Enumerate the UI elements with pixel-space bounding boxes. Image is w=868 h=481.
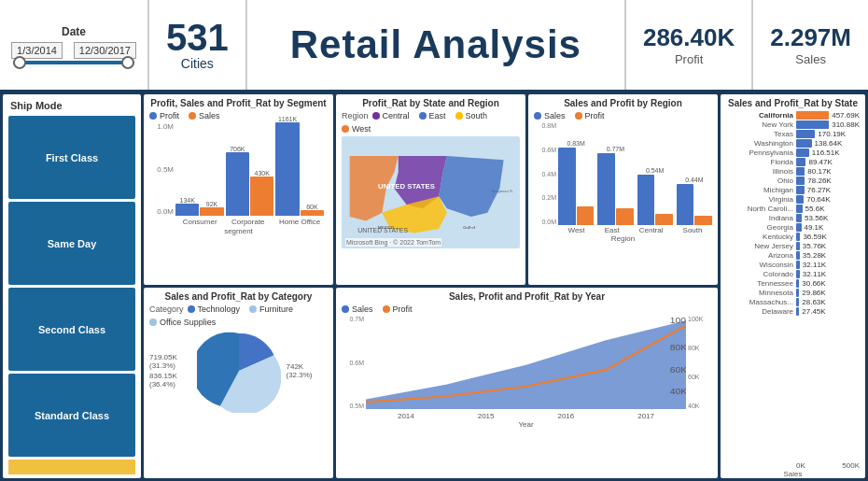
year-legend: Sales Profit <box>342 304 712 314</box>
homeoffice-sales-val: 60K <box>306 204 317 210</box>
legend-region-sales: Sales <box>534 111 566 120</box>
pie-area: 719.05K (31.3%) 836.15K (36.4%) 742K (32… <box>149 329 328 413</box>
map-east <box>439 156 503 217</box>
y-label-3: 0.0M <box>149 207 174 216</box>
slider-thumb-right[interactable] <box>121 56 134 69</box>
consumer-profit-col: 134K <box>175 197 199 216</box>
state-bar <box>796 186 805 194</box>
state-name: Indiana <box>726 214 793 222</box>
cities-label: Cities <box>181 56 214 71</box>
state-row: New York 310.88K <box>726 120 860 129</box>
states-bottom-label: Sales <box>726 470 860 478</box>
ship-btn-same-day[interactable]: Same Day <box>8 202 135 285</box>
map-legend: Region Central East South West <box>342 111 520 134</box>
homeoffice-profit-val: 1161K <box>278 116 297 122</box>
state-value: 30.66K <box>802 279 825 288</box>
ship-btn-standard-class[interactable]: Standard Class <box>8 374 135 457</box>
homeoffice-profit-col: 1161K <box>275 116 299 216</box>
dot-year-profit <box>383 305 390 313</box>
region-y-0.0: 0.0M <box>534 219 556 225</box>
central-region: 0.54M <box>637 167 673 225</box>
consumer-sales-val: 92K <box>206 201 217 207</box>
year-y-0.6: 0.6M <box>342 360 364 366</box>
ship-btn-second-class[interactable]: Second Class <box>8 288 135 371</box>
legend-east: East <box>419 111 446 120</box>
title-text: Retail Analysis <box>290 22 581 67</box>
y-label-1: 1.0M <box>149 122 174 131</box>
state-row: Florida 89.47K <box>726 158 860 166</box>
state-bar <box>796 251 800 260</box>
dot-region-sales <box>534 112 541 120</box>
state-name: New Jersey <box>726 242 793 250</box>
state-bar <box>796 158 805 166</box>
label-office: Office Supplies <box>160 318 216 327</box>
slider-fill <box>13 61 134 64</box>
pie-label-tech: 719.05K (31.3%) <box>149 353 191 370</box>
region-bars-container: 0.83M 0.77M 0.54M <box>558 122 712 225</box>
year-100k: 100K <box>670 316 686 325</box>
legend-year-profit: Profit <box>383 304 413 314</box>
year-profit-60k: 60K <box>688 374 712 380</box>
date-separator: ▪ <box>66 45 70 56</box>
state-value: 28.63K <box>802 298 825 306</box>
homeoffice-profit-bar <box>275 122 299 216</box>
profit-label: Profit <box>675 52 703 66</box>
state-value: 310.88K <box>832 120 860 129</box>
state-bar <box>796 149 809 157</box>
ship-btn-first-class[interactable]: First Class <box>8 116 135 199</box>
legend-south: South <box>455 111 488 120</box>
slider-thumb-left[interactable] <box>13 56 26 69</box>
dot-east <box>419 112 427 120</box>
west-bars <box>558 148 594 225</box>
year-40k: 40K <box>670 387 686 397</box>
pie-chart <box>197 329 281 413</box>
region-y-axis: 0.8M 0.6M 0.4M 0.2M 0.0M <box>534 122 558 225</box>
state-bar <box>796 167 805 176</box>
segment-axis-label: segment <box>149 227 328 235</box>
state-row: Delaware 27.45K <box>726 307 860 316</box>
state-bar <box>796 130 815 138</box>
label-furniture: Furniture <box>259 304 293 314</box>
year-chart: 0.7M 0.6M 0.5M 100K 80K 60K 40K 2014 <box>342 316 712 409</box>
state-name: Ohio <box>726 177 793 185</box>
date-filter[interactable]: Date 1/3/2014 ▪ 12/30/2017 <box>0 0 149 90</box>
state-value: 138.64K <box>815 139 843 148</box>
date-slider[interactable] <box>13 61 134 64</box>
state-bar <box>796 139 812 148</box>
corporate-profit-bar <box>226 152 249 216</box>
sales-value: 2.297M <box>770 23 851 52</box>
state-value: 170.19K <box>818 130 846 138</box>
pie-label-office: 742K (32.3%) <box>287 362 329 379</box>
year-chart-area: 100K 80K 60K 40K 2014 2015 2016 2017 Yea… <box>366 316 686 409</box>
state-value: 457.69K <box>832 111 860 120</box>
pie-labels-right: 742K (32.3%) <box>287 362 329 379</box>
seg-consumer: Consumer <box>183 218 217 226</box>
central-sales-bar <box>637 175 655 225</box>
state-bar <box>796 242 800 250</box>
dot-central <box>372 112 380 120</box>
map-attribution: Microsoft Bing · © 2022 TomTom <box>345 238 441 247</box>
state-bar <box>796 120 829 129</box>
profit-sales-panel: Profit, Sales and Profit_Rat by Segment … <box>144 94 333 285</box>
state-value: 35.76K <box>803 242 826 250</box>
dot-office <box>149 318 157 326</box>
state-value: 36.59K <box>803 233 826 241</box>
state-row: Colorado 32.11K <box>726 270 860 278</box>
date-label: Date <box>62 25 86 38</box>
profit-value: 286.40K <box>643 23 735 52</box>
dot-region-profit <box>575 112 582 120</box>
state-row: Massachus... 28.63K <box>726 298 860 306</box>
legend-year-sales: Sales <box>342 304 373 314</box>
west-val: 0.83M <box>567 140 584 147</box>
state-row: North Caroli... 55.6K <box>726 205 860 213</box>
map-us-center-label: UNITED STATES <box>378 182 435 191</box>
legend-central: Central <box>372 111 410 120</box>
state-name: Illinois <box>726 167 793 176</box>
state-bar <box>796 223 802 232</box>
region-x-labels: West East Central South <box>534 226 712 234</box>
header: Date 1/3/2014 ▪ 12/30/2017 531 Cities Re… <box>0 0 868 92</box>
label-west: West <box>352 124 371 134</box>
state-row: Washington 138.64K <box>726 139 860 148</box>
state-row: Ohio 78.26K <box>726 177 860 185</box>
legend-sales-label: Sales <box>199 111 220 120</box>
